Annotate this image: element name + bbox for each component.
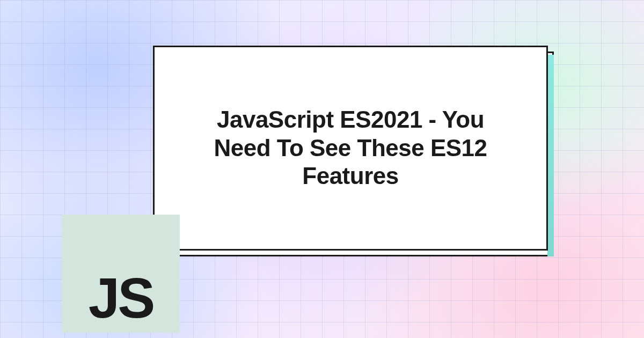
js-badge: JS [62, 215, 180, 333]
js-badge-text: JS [89, 270, 153, 326]
title-card: JavaScript ES2021 - You Need To See Thes… [153, 46, 548, 251]
card-title: JavaScript ES2021 - You Need To See Thes… [187, 106, 514, 190]
